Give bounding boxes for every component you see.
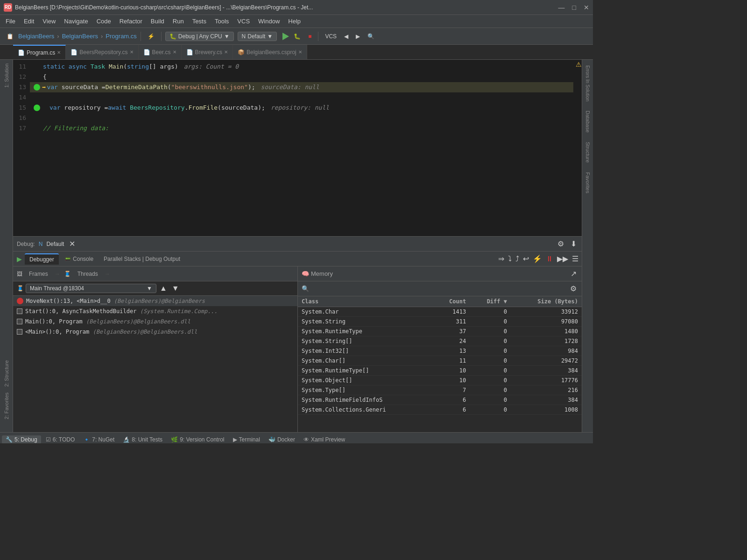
evaluate-btn[interactable]: ⚡	[531, 253, 543, 264]
thread-up-btn[interactable]: ▲	[158, 283, 169, 294]
step-over-btn[interactable]: ⇒	[497, 253, 506, 264]
menu-edit[interactable]: Edit	[20, 17, 38, 26]
menu-help[interactable]: Help	[284, 17, 304, 26]
frame-item-3[interactable]: <Main>():0, Program (BelgianBeers)@Belgi…	[13, 327, 297, 337]
tab-brewery-cs-close[interactable]: ✕	[224, 49, 228, 55]
debug-btn[interactable]: 🐛	[291, 32, 303, 41]
debug-tab-debugger[interactable]: Debugger	[25, 253, 59, 265]
tab-beer-cs[interactable]: 📄 Beer.cs ✕	[139, 45, 182, 59]
menu-file[interactable]: File	[2, 17, 19, 26]
profile-dropdown[interactable]: N Default ▼	[238, 32, 277, 41]
menu-view[interactable]: View	[39, 17, 59, 26]
tab-csproj[interactable]: 📦 BelgianBeers.csproj ✕	[233, 45, 307, 59]
step-out-btn[interactable]: ⤴	[514, 254, 521, 264]
menu-vcs[interactable]: VCS	[233, 17, 254, 26]
sidebar-structure[interactable]: 2: Structure	[4, 358, 9, 389]
memory-row-1[interactable]: System.String 311 0 97080	[298, 317, 582, 327]
breakpoint-13-icon[interactable]	[34, 84, 40, 91]
frame-item-1[interactable]: Start():0, AsyncTaskMethodBuilder (Syste…	[13, 306, 297, 316]
bottom-tab-xaml[interactable]: 👁 Xaml Preview	[300, 435, 349, 444]
memory-row-0[interactable]: System.Char 1413 0 33912	[298, 307, 582, 317]
breadcrumb-module[interactable]: BelgianBeers	[62, 33, 98, 40]
memory-table-wrap[interactable]: Class Count Diff ▼ Size (Bytes) System.C…	[298, 296, 582, 432]
run-button[interactable]	[282, 33, 289, 40]
debug-config-dropdown[interactable]: 🐛 Debug | Any CPU ▼	[165, 32, 234, 41]
memory-row-3[interactable]: System.String[] 24 0 1728	[298, 336, 582, 346]
menu-window[interactable]: Window	[254, 17, 283, 26]
sidebar-structure[interactable]: Structure	[585, 138, 591, 167]
bottom-tab-debug[interactable]: 🔧 5: Debug	[2, 435, 41, 444]
vcs-btn[interactable]: VCS	[322, 32, 339, 41]
menu-tools[interactable]: Tools	[211, 17, 233, 26]
sidebar-errors[interactable]: Errors In Solution	[585, 62, 590, 105]
menu-run[interactable]: Run	[169, 17, 188, 26]
memory-row-6[interactable]: System.RuntimeType[] 10 0 384	[298, 366, 582, 376]
toolbar-icon1[interactable]: ⚡	[145, 32, 157, 41]
memory-expand-btn[interactable]: ↗	[569, 268, 578, 279]
resume-btn[interactable]: ▶▶	[556, 253, 570, 264]
nuget-tab-icon: 🔹	[83, 436, 90, 443]
tab-program-cs[interactable]: 📄 Program.cs ✕	[13, 45, 66, 59]
tab-beers-repo-close[interactable]: ✕	[130, 49, 134, 55]
menu-code[interactable]: Code	[93, 17, 115, 26]
solution-explorer-btn[interactable]: 📋	[4, 32, 16, 41]
memory-row-5[interactable]: System.Char[] 11 0 29472	[298, 356, 582, 366]
debug-tab-parallel[interactable]: Parallel Stacks | Debug Output	[99, 254, 185, 264]
sidebar-database[interactable]: Database	[585, 107, 591, 136]
stop-btn[interactable]: ■	[305, 32, 314, 41]
menu-navigate[interactable]: Navigate	[60, 17, 92, 26]
menu-build[interactable]: Build	[147, 17, 168, 26]
menu-refactor[interactable]: Refactor	[116, 17, 146, 26]
title-bar-controls[interactable]: — □ ✕	[558, 4, 589, 11]
tab-beers-repo[interactable]: 📄 BeersRepository.cs ✕	[66, 45, 138, 59]
tab-program-cs-close[interactable]: ✕	[57, 50, 61, 55]
close-button[interactable]: ✕	[584, 4, 589, 11]
frames-tab[interactable]: Frames	[26, 270, 51, 278]
sidebar-solution[interactable]: 1: Solution	[4, 62, 9, 90]
debug-close-btn[interactable]: ✕	[68, 238, 77, 249]
frame-item-0[interactable]: MoveNext():13, <Main>d__0 (BelgianBeers)…	[13, 296, 297, 306]
run-to-cursor-btn[interactable]: ↩	[521, 253, 530, 264]
back-btn[interactable]: ◀	[341, 32, 351, 41]
editor-scrollbar-area[interactable]: ⚠	[573, 60, 582, 236]
tab-brewery-cs[interactable]: 📄 Brewery.cs ✕	[182, 45, 233, 59]
bottom-tab-terminal[interactable]: ▶ Terminal	[229, 435, 264, 444]
more-btn[interactable]: ☰	[571, 253, 580, 264]
forward-btn[interactable]: ▶	[353, 32, 363, 41]
debug-download-btn[interactable]: ⬇	[569, 238, 578, 249]
code-content[interactable]: static async Task Main (string[] args) a…	[30, 60, 573, 236]
breakpoint-15-icon[interactable]	[34, 105, 40, 111]
frame-item-2[interactable]: Main():0, Program (BelgianBeers)@Belgian…	[13, 316, 297, 327]
sidebar-favorites2[interactable]: Favorites	[585, 168, 591, 197]
memory-row-2[interactable]: System.RuntimeType 37 0 1480	[298, 327, 582, 336]
memory-row-4[interactable]: System.Int32[] 13 0 984	[298, 346, 582, 356]
search-btn[interactable]: 🔍	[365, 32, 377, 41]
memory-row-8[interactable]: System.Type[] 7 0 216	[298, 385, 582, 395]
breadcrumb-project[interactable]: BelgianBeers	[18, 33, 54, 40]
bottom-tab-todo[interactable]: ☑ 6: TODO	[42, 435, 79, 444]
menu-tests[interactable]: Tests	[189, 17, 210, 26]
threads-tab[interactable]: Threads	[75, 270, 101, 278]
breadcrumb-file[interactable]: Program.cs	[106, 33, 136, 40]
memory-row-10[interactable]: System.Collections.Generi 6 0 1008	[298, 405, 582, 415]
pause-btn[interactable]: ⏸	[544, 254, 555, 264]
memory-search-input[interactable]	[311, 285, 567, 292]
debug-tab-console[interactable]: 📟 Console	[60, 254, 98, 264]
bottom-tab-nuget[interactable]: 🔹 7: NuGet	[79, 435, 118, 444]
bottom-tab-vcs[interactable]: 🌿 9: Version Control	[167, 435, 228, 444]
bottom-tab-unit-tests[interactable]: 🔬 8: Unit Tests	[119, 435, 166, 444]
memory-settings-btn[interactable]: ⚙	[569, 283, 578, 294]
memory-row-9[interactable]: System.RuntimeFieldInfoS 6 0 384	[298, 395, 582, 405]
step-into-btn[interactable]: ⤵	[507, 254, 513, 264]
thread-down-btn[interactable]: ▼	[170, 283, 181, 294]
minimize-button[interactable]: —	[558, 4, 565, 11]
tab-beer-cs-close[interactable]: ✕	[173, 49, 176, 55]
bottom-tab-docker[interactable]: 🐳 Docker	[265, 435, 299, 444]
maximize-button[interactable]: □	[572, 4, 576, 11]
debug-play-btn[interactable]: ▶	[15, 254, 24, 264]
tab-csproj-close[interactable]: ✕	[298, 49, 302, 55]
thread-dropdown[interactable]: Main Thread @18304 ▼	[26, 284, 156, 293]
sidebar-favorites[interactable]: 2: Favorites	[4, 391, 9, 421]
debug-settings-btn[interactable]: ⚙	[556, 238, 565, 249]
memory-row-7[interactable]: System.Object[] 10 0 17776	[298, 376, 582, 385]
